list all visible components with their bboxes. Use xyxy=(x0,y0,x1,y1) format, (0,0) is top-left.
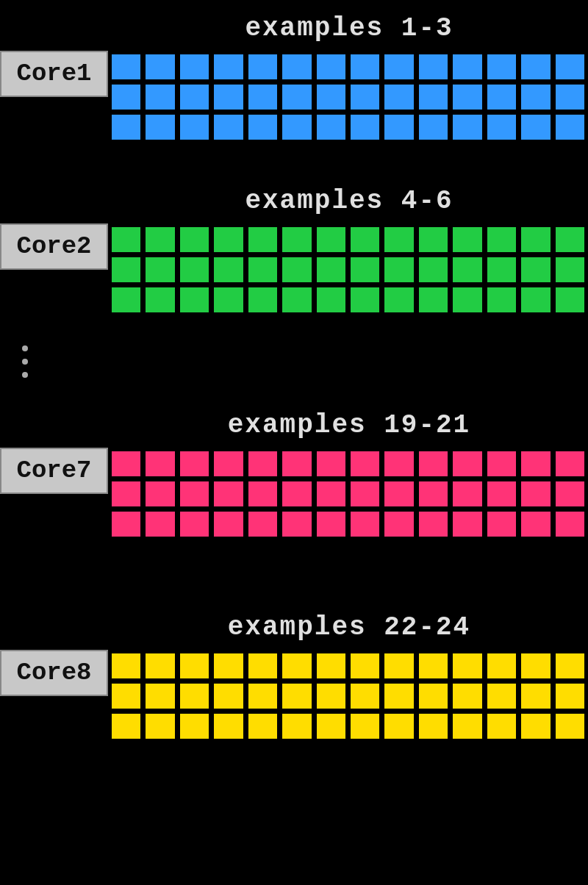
grid-cell xyxy=(520,510,551,538)
grid-cell xyxy=(383,286,415,314)
grid-cell xyxy=(247,682,279,710)
grid-cell xyxy=(383,480,415,508)
grid-cell xyxy=(554,450,586,478)
grid-cell xyxy=(144,480,176,508)
grid-cell xyxy=(417,510,449,538)
grid-cell xyxy=(486,256,517,284)
grid-cell xyxy=(144,256,176,284)
grid-cell xyxy=(110,480,142,508)
core-row-2: Core 2 xyxy=(0,223,588,316)
grid-cell xyxy=(349,682,381,710)
grid-cell xyxy=(451,652,483,680)
section-core2: examples 4-6 Core 2 xyxy=(0,173,588,316)
grid-cell xyxy=(110,256,142,284)
grid-cell xyxy=(144,652,176,680)
grid-cell xyxy=(520,682,551,710)
grid-cell xyxy=(554,226,586,254)
grid-cell xyxy=(179,682,210,710)
grid-cell xyxy=(144,510,176,538)
grid-cell xyxy=(383,226,415,254)
grid-cell xyxy=(281,652,312,680)
grid-cell xyxy=(110,450,142,478)
grid-cell xyxy=(144,450,176,478)
core-label-7: Core 7 xyxy=(0,448,108,494)
grid-cell xyxy=(417,712,449,740)
grid-cell xyxy=(451,450,483,478)
grid-cell xyxy=(486,53,517,81)
grid-cell xyxy=(247,83,279,111)
grid-cell xyxy=(383,712,415,740)
grid-cell xyxy=(144,712,176,740)
grid-cell xyxy=(212,53,244,81)
grid-cell xyxy=(486,480,517,508)
grid-cell xyxy=(212,480,244,508)
grid-cell xyxy=(451,510,483,538)
grid-cell xyxy=(520,83,551,111)
core-row-1: Core 1 xyxy=(0,51,588,143)
dot-2 xyxy=(22,359,28,365)
grid-cell xyxy=(451,113,483,141)
grid-cell xyxy=(383,510,415,538)
grid-cell xyxy=(110,83,142,111)
grid-cell xyxy=(349,286,381,314)
grid-cell xyxy=(247,53,279,81)
grid-cell xyxy=(554,712,586,740)
grid-cell xyxy=(212,256,244,284)
grid-cell xyxy=(520,712,551,740)
grid-cell xyxy=(247,712,279,740)
grid-cell xyxy=(212,450,244,478)
grid-cell xyxy=(179,450,210,478)
grid-cell xyxy=(554,510,586,538)
grid-cell xyxy=(451,256,483,284)
grid-cell xyxy=(349,256,381,284)
grid-cell xyxy=(110,113,142,141)
grid-cell xyxy=(554,83,586,111)
grid-cell xyxy=(179,53,210,81)
grid-cell xyxy=(212,652,244,680)
grid-cell xyxy=(281,480,312,508)
grid-cell xyxy=(110,510,142,538)
grid-cell xyxy=(144,226,176,254)
grid-cell xyxy=(417,113,449,141)
grid-cell xyxy=(212,712,244,740)
grid-cell xyxy=(144,682,176,710)
grid-cell xyxy=(349,712,381,740)
grid-cell xyxy=(451,83,483,111)
grid-cell xyxy=(281,450,312,478)
grid-cell xyxy=(179,652,210,680)
grid-core1 xyxy=(108,51,588,143)
dots-section xyxy=(0,316,588,397)
section-title-core7: examples 19-21 xyxy=(0,410,588,440)
grid-cell xyxy=(179,256,210,284)
grid-core8 xyxy=(108,650,588,742)
grid-cell xyxy=(383,113,415,141)
grid-cell xyxy=(417,652,449,680)
grid-cell xyxy=(247,510,279,538)
section-core7: examples 19-21 Core 7 xyxy=(0,397,588,540)
grid-cell xyxy=(144,83,176,111)
section-core1: examples 1-3 Core 1 xyxy=(0,0,588,143)
grid-cell xyxy=(110,652,142,680)
grid-cell xyxy=(247,480,279,508)
grid-cell xyxy=(554,652,586,680)
grid-core7 xyxy=(108,448,588,540)
grid-cell xyxy=(486,510,517,538)
grid-cell xyxy=(417,286,449,314)
grid-cell xyxy=(383,256,415,284)
grid-cell xyxy=(315,450,347,478)
grid-cell xyxy=(383,83,415,111)
grid-cell xyxy=(486,682,517,710)
grid-cell xyxy=(451,682,483,710)
grid-cell xyxy=(179,113,210,141)
grid-cell xyxy=(520,53,551,81)
grid-cell xyxy=(554,682,586,710)
grid-cell xyxy=(383,682,415,710)
grid-cell xyxy=(417,53,449,81)
core-label-8: Core 8 xyxy=(0,650,108,696)
grid-cell xyxy=(315,286,347,314)
grid-cell xyxy=(315,652,347,680)
grid-cell xyxy=(451,480,483,508)
grid-cell xyxy=(110,286,142,314)
grid-cell xyxy=(417,83,449,111)
grid-cell xyxy=(349,53,381,81)
